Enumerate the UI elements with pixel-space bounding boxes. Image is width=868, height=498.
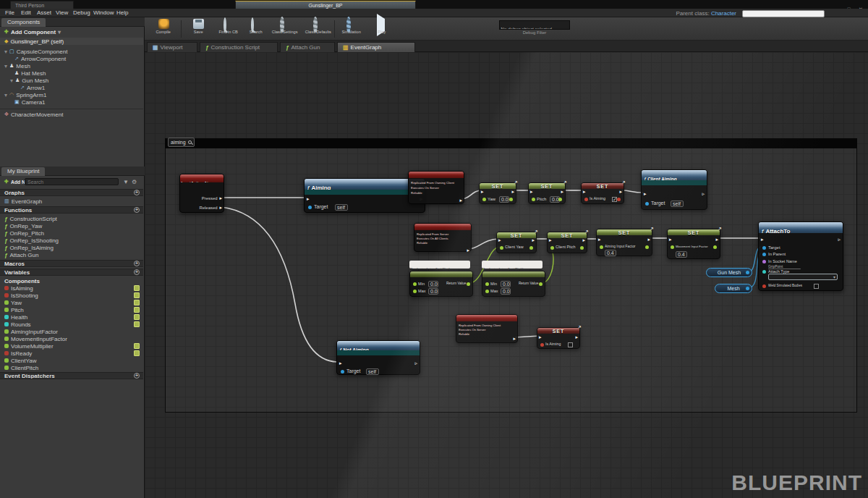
- variable-row[interactable]: MovementInputFactor: [0, 335, 143, 342]
- max-pin[interactable]: [413, 290, 417, 293]
- function-row[interactable]: ƒConstructionScript: [0, 215, 143, 222]
- target-self-value[interactable]: self: [335, 204, 348, 211]
- component-row[interactable]: ▾◠SpringArm1: [0, 91, 143, 98]
- tab-construction-script[interactable]: ƒConstruction Script: [200, 42, 278, 52]
- variable-row[interactable]: ClientPitch: [0, 364, 143, 371]
- object-out-pin[interactable]: [746, 287, 749, 290]
- node-client-aiming-call[interactable]: ƒ Client Aiming Target is Gunslinger BP …: [641, 169, 707, 210]
- min-pin[interactable]: [485, 282, 489, 286]
- tab-attach-gun[interactable]: ƒAttach Gun: [280, 42, 335, 52]
- node-set-isaiming-true[interactable]: ↗ SET ▸ ▸ Is Aiming: [581, 182, 624, 204]
- compile-button[interactable]: Compile: [148, 19, 179, 40]
- component-row[interactable]: ▾▢CapsuleComponent: [0, 48, 143, 55]
- bool-in-pin[interactable]: [584, 198, 588, 201]
- attach-type-dropdown[interactable]: Snap to Target▾: [768, 274, 838, 280]
- node-random-float-1[interactable]: ƒ Random Float in Range Min 0.0 Max 0.0 …: [409, 271, 473, 297]
- return-value-pin[interactable]: [467, 282, 470, 286]
- variable-category[interactable]: Components: [0, 277, 143, 284]
- editable-toggle-icon[interactable]: [134, 343, 140, 349]
- exec-in-pin[interactable]: ▸: [669, 237, 672, 242]
- variable-row[interactable]: ClientYaw: [0, 357, 143, 364]
- variable-row[interactable]: Yaw: [0, 299, 143, 306]
- variable-row[interactable]: VolumeMultiplier: [0, 342, 143, 350]
- weld-pin[interactable]: [762, 284, 766, 288]
- editable-toggle-icon[interactable]: [134, 350, 140, 356]
- comment-bubble[interactable]: Randomized aim offset (Pitch): [482, 261, 542, 269]
- exec-out-pin[interactable]: ▸: [219, 195, 222, 201]
- node-attach-to[interactable]: ƒ AttachTo Target is Scene Component ▸ ▹…: [758, 221, 843, 291]
- value-box[interactable]: 0.0: [428, 288, 438, 295]
- float-in-pin[interactable]: [532, 198, 535, 201]
- dispatchers-section-header[interactable]: Event Dispatchers+: [0, 372, 143, 379]
- exec-in-pin[interactable]: ▸: [307, 196, 310, 201]
- variable-row[interactable]: Pitch: [0, 306, 143, 313]
- min-pin[interactable]: [413, 282, 417, 286]
- class-settings-button[interactable]: Class Settings: [269, 19, 301, 40]
- node-set-client-pitch[interactable]: ↗ SET ▸ ▸ Client Pitch: [547, 232, 587, 253]
- attach-type-pin[interactable]: [762, 270, 766, 274]
- value-box[interactable]: 0.4: [605, 250, 616, 256]
- object-out-pin[interactable]: [746, 271, 749, 274]
- menu-window[interactable]: Window: [91, 9, 116, 17]
- bool-out-pin[interactable]: [617, 198, 621, 201]
- tab-my-blueprint[interactable]: My Blueprint: [1, 167, 45, 176]
- return-value-pin[interactable]: [539, 282, 542, 286]
- target-pin[interactable]: [308, 206, 312, 209]
- bool-in-pin[interactable]: [540, 343, 544, 347]
- exec-out-pin[interactable]: ▹: [414, 360, 417, 366]
- variable-row[interactable]: AimingInputFactor: [0, 328, 143, 335]
- node-set-movement-input-factor[interactable]: ↗ SET ▸ ▸ Movement Input Factor 0.4: [667, 229, 720, 259]
- in-socket-name-pin[interactable]: [762, 260, 766, 263]
- value-box[interactable]: 0.0: [501, 281, 511, 287]
- exec-out-pin[interactable]: ▸: [532, 237, 535, 242]
- value-box[interactable]: 0.0: [499, 196, 509, 203]
- node-set-aiming-input-factor[interactable]: ↗ SET ▸ ▸ Aiming Input Factor 0.4: [596, 229, 652, 256]
- node-set-client-yaw[interactable]: ↗ SET ▸ ▸ Client Yaw: [496, 232, 537, 253]
- save-button[interactable]: Save: [182, 19, 214, 40]
- add-component-button[interactable]: ✚Add Component▾: [0, 28, 143, 35]
- variable-row[interactable]: IsReady: [0, 350, 143, 357]
- float-out-pin[interactable]: [558, 198, 562, 201]
- menu-help[interactable]: Help: [114, 9, 130, 17]
- editable-toggle-icon[interactable]: [134, 321, 140, 327]
- exec-out-pin[interactable]: ▸: [561, 189, 563, 194]
- target-pin[interactable]: [645, 202, 649, 206]
- target-pin[interactable]: [341, 370, 344, 374]
- node-get-gun-mesh[interactable]: Gun Mesh: [706, 268, 752, 277]
- target-self-value[interactable]: self: [671, 201, 684, 207]
- simulation-button[interactable]: Simulation: [336, 19, 367, 40]
- exec-out-pin[interactable]: ▹: [702, 191, 705, 196]
- component-row[interactable]: ▾♟Mesh: [0, 62, 143, 69]
- editable-toggle-icon[interactable]: [134, 314, 140, 320]
- exec-in-pin[interactable]: ▸: [583, 189, 586, 194]
- exec-out-pin[interactable]: ▸: [647, 237, 650, 242]
- app-tab-thirdperson[interactable]: Third Person: [10, 1, 74, 9]
- graph-bookmark-chip[interactable]: aiming: [168, 138, 195, 147]
- node-set-yaw[interactable]: ↗ SET ▸ ▸ Yaw 0.0: [479, 182, 516, 204]
- exec-out-pin[interactable]: ▸: [582, 237, 585, 242]
- component-row[interactable]: ✥CharacterMovement: [0, 111, 143, 118]
- node-notaiming-event[interactable]: ✦ NotAiming Replicated From Owning Clien…: [456, 314, 518, 343]
- variable-row[interactable]: Rounds: [0, 321, 143, 328]
- exec-out-pin[interactable]: ▸: [575, 334, 578, 339]
- node-random-float-2[interactable]: ƒ Random Float in Range Min 0.0 Max 0.0 …: [482, 271, 545, 297]
- component-row[interactable]: ↗Arrow1: [0, 84, 143, 91]
- exec-out-pin[interactable]: ▸: [467, 248, 469, 253]
- event-graph-row[interactable]: ▥EventGraph: [0, 198, 143, 205]
- graphs-section-header[interactable]: Graphs+: [0, 189, 143, 196]
- exec-in-pin[interactable]: ▸: [644, 191, 647, 196]
- variable-row[interactable]: Health: [0, 313, 143, 321]
- float-out-pin[interactable]: [529, 246, 533, 250]
- view-options-icon[interactable]: ⚙: [132, 179, 137, 185]
- function-row[interactable]: ƒAttach Gun: [0, 251, 143, 258]
- menu-edit[interactable]: Edit: [19, 9, 33, 17]
- value-box[interactable]: 0.0: [428, 281, 438, 287]
- component-self-row[interactable]: ◆Gunslinger_BP (self): [0, 38, 143, 45]
- value-box[interactable]: 0.4: [676, 251, 687, 258]
- exec-out-pin[interactable]: ▸: [715, 237, 718, 242]
- float-out-pin[interactable]: [509, 198, 513, 201]
- exec-out-pin[interactable]: ▸: [513, 336, 516, 341]
- function-row[interactable]: ƒOnRep_IsAiming: [0, 244, 143, 251]
- my-blueprint-search-input[interactable]: [25, 178, 119, 185]
- play-button[interactable]: Play: [366, 19, 398, 40]
